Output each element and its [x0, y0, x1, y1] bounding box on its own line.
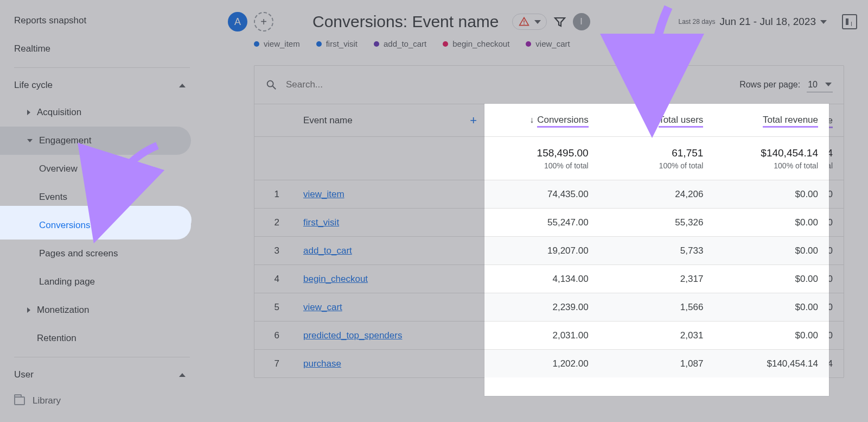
- rows-per-page-select[interactable]: 10: [807, 78, 833, 92]
- dot-icon: [443, 41, 448, 47]
- svg-rect-1: [524, 23, 525, 24]
- svg-rect-0: [524, 21, 525, 23]
- table-header-row: Event name + ↓Conversions Total users To…: [254, 104, 844, 136]
- dot-icon: [316, 41, 322, 47]
- column-header-revenue[interactable]: Total revenue: [725, 115, 844, 126]
- sidebar-item-acquisition[interactable]: Acquisition: [0, 98, 191, 127]
- label: Reports snapshot: [14, 15, 86, 26]
- divider: [14, 67, 190, 68]
- sidebar: Reports snapshot Realtime Life cycle Acq…: [0, 0, 228, 422]
- chevron-down-icon: [534, 20, 541, 24]
- table-totals-row: 158,495.00 100% of total 61,751 100% of …: [254, 136, 844, 180]
- label: Monetization: [37, 305, 89, 316]
- event-link[interactable]: view_item: [303, 189, 344, 200]
- data-table-card: Rows per page: 10 Event name + ↓Conversi…: [254, 65, 844, 378]
- comparison-avatar[interactable]: I: [573, 13, 590, 30]
- add-dimension-button[interactable]: +: [470, 114, 477, 128]
- table-row: 2 first_visit 55,247.00 55,326 $0.00: [254, 208, 844, 236]
- dot-icon: [526, 41, 531, 47]
- sidebar-item-landing-page[interactable]: Landing page: [0, 268, 191, 296]
- table-row: 4 begin_checkout 4,134.00 2,317 $0.00: [254, 264, 844, 293]
- label: Engagement: [39, 135, 91, 146]
- label: Life cycle: [14, 80, 53, 91]
- folder-icon: [14, 396, 25, 405]
- legend-item[interactable]: view_cart: [526, 39, 570, 48]
- column-header-event: Event name +: [287, 114, 488, 128]
- table-row: 3 add_to_cart 19,207.00 5,733 $0.00: [254, 236, 844, 264]
- chevron-down-icon: [820, 20, 827, 24]
- legend-item[interactable]: first_visit: [316, 39, 358, 48]
- sort-down-icon: ↓: [537, 116, 541, 125]
- sidebar-item-realtime[interactable]: Realtime: [0, 35, 191, 63]
- label: User: [14, 369, 34, 380]
- warning-icon: [518, 16, 530, 27]
- data-quality-pill[interactable]: [512, 14, 547, 30]
- chevron-up-icon: [176, 368, 189, 381]
- event-link[interactable]: purchase: [303, 358, 341, 369]
- label: Landing page: [39, 276, 95, 287]
- date-value: Jun 21 - Jul 18, 2023: [720, 16, 816, 28]
- table-row: 1 view_item 74,435.00 24,206 $0.00: [254, 180, 844, 208]
- sidebar-item-conversions[interactable]: Conversions: [0, 211, 191, 240]
- expand-icon: [27, 307, 30, 313]
- collapse-icon: [27, 139, 33, 142]
- dot-icon: [254, 41, 259, 47]
- add-comparison-button[interactable]: +: [254, 12, 273, 32]
- date-label: Last 28 days: [678, 18, 715, 26]
- filter-icon[interactable]: [553, 15, 566, 28]
- expand-icon: [27, 110, 30, 115]
- label: Realtime: [14, 43, 50, 54]
- svg-line-3: [273, 86, 276, 90]
- svg-point-2: [267, 81, 273, 87]
- chevron-down-icon: [825, 83, 832, 86]
- date-range-picker[interactable]: Last 28 days Jun 21 - Jul 18, 2023: [678, 16, 827, 28]
- sidebar-item-pages-screens[interactable]: Pages and screens: [0, 240, 191, 268]
- event-link[interactable]: predicted_top_spenders: [303, 330, 402, 341]
- table: Event name + ↓Conversions Total users To…: [254, 104, 844, 377]
- search-input[interactable]: [286, 79, 449, 90]
- event-link[interactable]: add_to_cart: [303, 245, 352, 256]
- label: Acquisition: [37, 107, 81, 118]
- sidebar-item-retention[interactable]: Retention: [0, 324, 191, 352]
- sidebar-item-monetization[interactable]: Monetization: [0, 296, 191, 324]
- table-row: 5 view_cart 2,239.00 1,566 $0.00: [254, 293, 844, 321]
- page-title: Conversions: Event name: [312, 12, 499, 31]
- event-link[interactable]: first_visit: [303, 217, 339, 228]
- table-row: 6 predicted_top_spenders 2,031.00 2,031 …: [254, 321, 844, 349]
- table-row: 7 purchase 1,202.00 1,087 $140,454.14: [254, 349, 844, 377]
- chevron-up-icon: [176, 79, 189, 92]
- legend-item[interactable]: view_item: [254, 39, 300, 48]
- divider: [14, 357, 190, 357]
- label: Library: [33, 395, 61, 406]
- sidebar-item-overview[interactable]: Overview: [0, 155, 191, 183]
- rpp-value: 10: [808, 80, 818, 90]
- event-link[interactable]: view_cart: [303, 302, 342, 313]
- customize-report-icon[interactable]: [842, 14, 857, 29]
- sidebar-item-engagement[interactable]: Engagement: [0, 127, 191, 155]
- column-header-conversions[interactable]: ↓Conversions: [488, 115, 607, 126]
- table-toolbar: Rows per page: 10: [254, 66, 844, 104]
- label: Events: [39, 192, 67, 203]
- label: Retention: [37, 333, 76, 344]
- sidebar-section-lifecycle[interactable]: Life cycle: [0, 72, 191, 98]
- label: Overview: [39, 163, 78, 174]
- chart-legend: view_item first_visit add_to_cart begin_…: [254, 39, 570, 48]
- label: Pages and screens: [39, 248, 118, 259]
- label: Conversions: [39, 220, 91, 231]
- legend-item[interactable]: begin_checkout: [443, 39, 509, 48]
- sidebar-section-user[interactable]: User: [0, 362, 191, 388]
- event-link[interactable]: begin_checkout: [303, 274, 368, 285]
- column-header-users[interactable]: Total users: [607, 115, 725, 126]
- rpp-label: Rows per page:: [739, 80, 800, 90]
- rows-per-page: Rows per page: 10: [739, 78, 833, 92]
- sidebar-item-library[interactable]: Library: [0, 388, 228, 414]
- legend-item[interactable]: add_to_cart: [374, 39, 426, 48]
- sidebar-item-events[interactable]: Events: [0, 183, 191, 211]
- account-avatar[interactable]: A: [228, 12, 247, 32]
- topbar: A + Conversions: Event name I Last 28 da…: [228, 0, 868, 43]
- dot-icon: [374, 41, 379, 47]
- sidebar-item-reports-snapshot[interactable]: Reports snapshot: [0, 7, 191, 35]
- search-icon: [265, 79, 277, 91]
